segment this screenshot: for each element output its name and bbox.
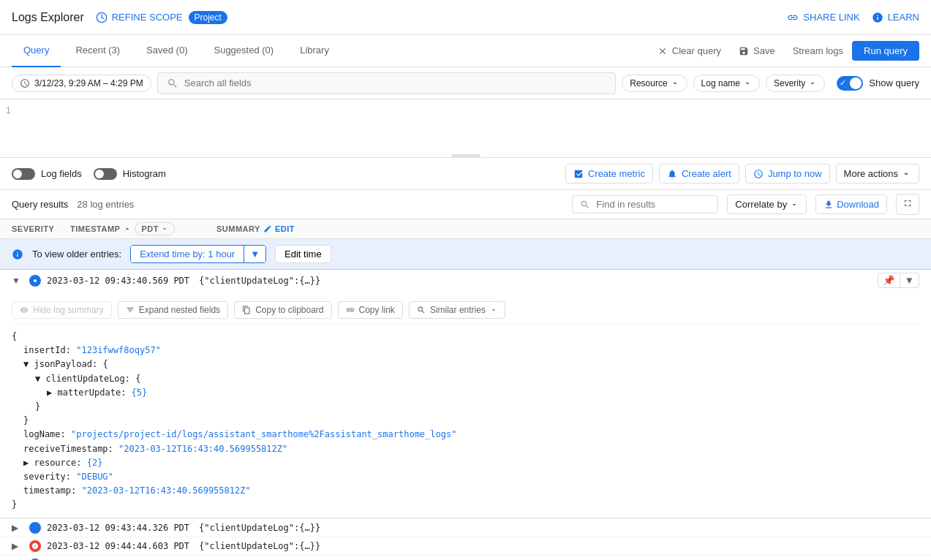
copy-clipboard-icon [242,306,251,314]
stream-logs-btn[interactable]: Stream logs [784,41,852,61]
line-number: 1 [6,105,11,116]
log-table: ▼ 2023-03-12 09:43:40.569 PDT {"clientUp… [0,270,931,560]
extend-time-btn[interactable]: Extend time by: 1 hour ▼ [130,245,266,263]
download-btn[interactable]: Download [815,194,887,214]
extend-time-dropdown[interactable]: ▼ [244,246,265,262]
timestamp-cell: 2023-03-12 09:43:40.569 PDT [47,276,193,286]
log-row[interactable]: ▶ 2023-03-12 09:43:44.326 PDT {"clientUp… [0,519,931,537]
expand-view-icon [902,198,913,208]
results-title: Query results [12,199,68,210]
query-editor[interactable]: 1 [0,99,931,158]
severity-dot-debug [29,522,41,534]
edit-time-btn[interactable]: Edit time [275,245,331,263]
log-row[interactable]: ▶ 2023-03-12 09:44:44.603 PDT {"clientUp… [0,537,931,556]
create-metric-icon [573,169,584,179]
expand-nested-icon [126,306,135,314]
th-timestamp[interactable]: TIMESTAMP PDT [70,222,216,235]
histogram-toggle[interactable] [94,168,117,180]
more-actions-chevron-icon [901,169,911,179]
severity-filter[interactable]: Severity [766,75,825,92]
learn-icon [872,12,883,23]
refine-scope-icon [96,12,108,23]
search-bar[interactable] [157,72,616,94]
find-search-icon [580,200,590,210]
create-alert-btn[interactable]: Create alert [659,164,739,183]
pin-dropdown-btn[interactable]: ▼ [900,273,919,288]
hide-log-summary-btn[interactable]: Hide log summary [12,301,112,319]
pin-btn[interactable]: 📌 [878,273,900,288]
edit-icon [263,224,272,233]
tab-saved[interactable]: Saved (0) [135,35,199,67]
correlate-by-btn[interactable]: Correlate by [727,194,807,214]
edit-columns-btn[interactable]: EDIT [263,224,295,233]
severity-chevron-icon [808,79,817,88]
app-title: Logs Explorer [12,11,84,24]
pdt-selector[interactable]: PDT [135,222,175,235]
expand-nested-btn[interactable]: Expand nested fields [118,301,228,319]
show-query-toggle[interactable]: ✓ [837,76,863,91]
jump-to-now-btn[interactable]: Jump to now [745,164,830,183]
save-icon [739,46,749,56]
info-icon [12,249,23,260]
expand-view-btn[interactable] [896,194,919,215]
th-severity: SEVERITY [12,224,70,233]
time-range-picker[interactable]: 3/12/23, 9:29 AM – 4:29 PM [12,75,151,92]
search-icon [167,77,178,89]
nav-tabs: Query Recent (3) Saved (0) Suggested (0)… [0,35,931,67]
jump-to-now-icon [753,169,764,179]
create-alert-icon [667,169,677,179]
learn-btn[interactable]: LEARN [872,12,919,23]
show-query-toggle-area: ✓ Show query [837,76,919,91]
summary-cell: {"clientUpdateLog":{…}} [199,541,919,551]
expand-row-icon[interactable]: ▶ [12,541,23,551]
summary-cell: {"clientUpdateLog":{…}} [199,523,919,533]
log-row-header[interactable]: ▼ 2023-03-12 09:43:40.569 PDT {"clientUp… [0,270,931,291]
editor-resize-handle[interactable] [451,154,480,157]
find-results-input[interactable] [572,195,718,213]
download-icon [823,200,834,210]
find-input-field[interactable] [596,199,698,210]
run-query-btn[interactable]: Run query [852,41,919,61]
extend-time-banner: To view older entries: Extend time by: 1… [0,239,931,270]
refine-scope-btn[interactable]: REFINE SCOPE [96,12,183,23]
more-actions-btn[interactable]: More actions [836,164,919,183]
resource-chevron-icon [671,79,679,88]
tab-recent[interactable]: Recent (3) [64,35,132,67]
summary-cell: {"clientUpdateLog":{…}} [199,276,872,286]
tab-suggested[interactable]: Suggested (0) [202,35,285,67]
severity-dot-error [29,540,41,552]
log-name-chevron-icon [743,79,752,88]
results-header: Query results 28 log entries Correlate b… [0,190,931,219]
log-actions-bar: Hide log summary Expand nested fields Co… [12,297,919,324]
search-input[interactable] [184,77,606,88]
collapse-row-icon[interactable]: ▼ [12,276,23,286]
create-metric-btn[interactable]: Create metric [565,164,653,183]
tab-query[interactable]: Query [12,35,61,67]
copy-link-btn[interactable]: Copy link [338,301,403,319]
th-summary: SUMMARY EDIT [216,224,919,233]
tab-library[interactable]: Library [288,35,341,67]
resource-filter[interactable]: Resource [622,75,687,92]
histogram-label: Histogram [123,168,166,179]
save-btn[interactable]: Save [730,41,784,61]
similar-entries-icon [417,306,426,314]
controls-bar: Log fields Histogram Create metric Creat… [0,158,931,190]
share-link-btn[interactable]: SHARE LINK [787,12,859,23]
log-fields-toggle[interactable] [12,168,35,180]
expand-row-icon[interactable]: ▶ [12,523,23,533]
clear-query-btn[interactable]: Clear query [649,41,730,61]
share-link-icon [787,12,799,23]
log-expanded-content: Hide log summary Expand nested fields Co… [0,297,931,518]
log-row[interactable]: ▶ 2023-03-12 09:44:46.796 PDT {"clientUp… [0,556,931,560]
show-query-label: Show query [869,77,919,88]
correlate-chevron-icon [790,200,799,209]
results-count: 28 log entries [77,199,134,210]
top-bar: Logs Explorer REFINE SCOPE Project SHARE… [0,0,931,35]
copy-link-icon [346,306,355,314]
table-header: SEVERITY TIMESTAMP PDT SUMMARY EDIT [0,219,931,239]
log-name-filter[interactable]: Log name [693,75,760,92]
copy-clipboard-btn[interactable]: Copy to clipboard [234,301,331,319]
timestamp-cell: 2023-03-12 09:43:44.326 PDT [47,523,193,533]
similar-entries-btn[interactable]: Similar entries [409,301,505,319]
hide-summary-icon [20,306,29,314]
